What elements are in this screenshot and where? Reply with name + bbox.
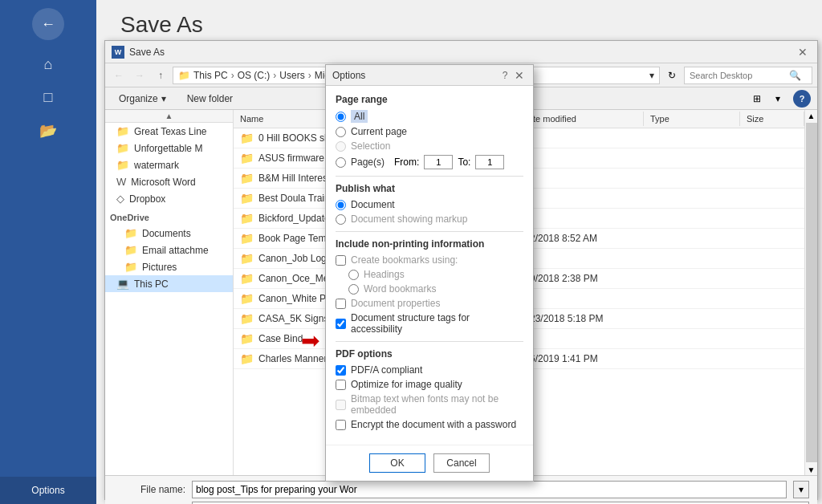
nav-item-thispc[interactable]: 💻 This PC [105, 275, 233, 292]
publish-document-radio[interactable] [336, 200, 346, 210]
nav-item-watermark[interactable]: 📁 watermark [105, 156, 233, 173]
folder-icon: 📁 [124, 244, 137, 256]
bookmarks-label: Create bookmarks using: [351, 254, 458, 266]
folder-icon: 📁 [240, 192, 254, 205]
page-range-pages-radio[interactable] [336, 157, 346, 168]
dialog-titlebar: W Save As ✕ [105, 41, 817, 63]
computer-icon: 💻 [116, 278, 129, 290]
new-document-icon[interactable]: □ [44, 89, 53, 106]
word-sidebar: ← ⌂ □ 📂 Options [0, 0, 96, 504]
folder-icon: 📁 [240, 172, 254, 185]
home-icon[interactable]: ⌂ [44, 56, 53, 73]
structure-tags-checkbox[interactable] [336, 319, 346, 329]
help-button[interactable]: ? [793, 90, 811, 108]
publish-markup-radio[interactable] [336, 214, 346, 225]
open-icon[interactable]: 📂 [39, 122, 57, 140]
folder-icon: 📁 [240, 152, 254, 165]
nav-item-email[interactable]: 📁 Email attachme [105, 242, 233, 258]
filename-dropdown[interactable]: ▾ [793, 481, 809, 498]
folder-icon: 📁 [240, 312, 254, 325]
page-range-to-input[interactable] [475, 155, 504, 169]
page-range-current-row: Current page [336, 126, 523, 137]
scrollbar-area: ▲ ▼ [804, 110, 817, 475]
options-dialog: Options ? ✕ Page range All Current page … [325, 64, 534, 482]
word-bookmarks-radio[interactable] [348, 284, 359, 295]
nav-item-unforgettable[interactable]: 📁 Unforgettable M [105, 140, 233, 156]
headings-row: Headings [348, 269, 523, 280]
new-folder-button[interactable]: New folder [180, 90, 240, 108]
folder-icon: 📁 [240, 352, 254, 365]
nav-item-dropbox[interactable]: ◇ Dropbox [105, 190, 233, 207]
search-input[interactable] [690, 71, 786, 80]
organize-button[interactable]: Organize ▾ [112, 90, 173, 108]
search-icon: 🔍 [789, 70, 801, 81]
back-button[interactable]: ← [32, 8, 64, 40]
nav-up-button[interactable]: ↑ [152, 67, 169, 84]
page-range-current-radio[interactable] [336, 127, 346, 137]
refresh-button[interactable]: ↻ [663, 67, 681, 84]
encrypt-row: Encrypt the document with a password [336, 419, 523, 430]
back-icon: ← [41, 16, 55, 33]
pdf-a-checkbox[interactable] [336, 365, 346, 376]
page-range-from-input[interactable] [424, 155, 453, 169]
view-dropdown-button[interactable]: ▾ [769, 90, 787, 108]
scrollbar-thumb[interactable] [806, 123, 817, 462]
folder-icon: 📁 [124, 227, 137, 239]
encrypt-checkbox[interactable] [336, 420, 346, 430]
options-sidebar-item[interactable]: Options [0, 477, 96, 504]
options-cancel-button[interactable]: Cancel [433, 453, 490, 473]
options-body: Page range All Current page Selection Pa… [326, 86, 533, 441]
word-app-icon: W [112, 46, 124, 59]
doc-properties-checkbox[interactable] [336, 299, 346, 309]
pdf-a-row: PDF/A compliant [336, 364, 523, 376]
page-range-all-label: All [351, 110, 368, 123]
scroll-up-button[interactable]: ▲ [806, 110, 817, 121]
word-bookmarks-label: Word bookmarks [364, 283, 436, 295]
bookmarks-checkbox[interactable] [336, 255, 346, 266]
search-box: 🔍 [684, 67, 812, 84]
folder-icon: 📁 [240, 212, 254, 225]
divider-3 [336, 341, 523, 342]
filename-row: File name: ▾ [113, 481, 809, 498]
view-button[interactable]: ⊞ [748, 90, 766, 108]
nav-forward-button[interactable]: → [131, 67, 149, 84]
filename-input[interactable] [192, 481, 787, 498]
options-help-button[interactable]: ? [498, 68, 512, 83]
col-header-size[interactable]: Size [740, 112, 804, 126]
dialog-title: W Save As [112, 46, 795, 59]
page-range-pages-label: Page(s) [351, 156, 385, 168]
page-range-current-label: Current page [351, 126, 407, 137]
page-range-all-radio[interactable] [336, 112, 346, 122]
nav-item-msword[interactable]: W Microsoft Word [105, 173, 233, 190]
page-range-selection-row: Selection [336, 140, 523, 152]
nav-item-great-texas[interactable]: 📁 Great Texas Line [105, 123, 233, 140]
bitmap-checkbox[interactable] [336, 400, 346, 410]
filename-label: File name: [113, 484, 185, 495]
col-header-type[interactable]: Type [644, 112, 740, 126]
col-header-date[interactable]: Date modified [515, 112, 644, 126]
nav-back-button[interactable]: ← [110, 67, 128, 84]
optimize-image-checkbox[interactable] [336, 380, 346, 390]
options-dialog-footer: OK Cancel [326, 445, 533, 481]
scroll-down-button[interactable]: ▼ [806, 464, 817, 475]
dialog-close-button[interactable]: ✕ [795, 44, 811, 60]
divider-2 [336, 231, 523, 232]
folder-icon: 📁 [116, 159, 129, 171]
folder-icon: 📁 [116, 142, 129, 154]
nav-item-onedrive[interactable]: OneDrive [105, 210, 233, 225]
folder-icon: 📁 [240, 292, 254, 305]
encrypt-label: Encrypt the document with a password [351, 419, 516, 430]
publish-markup-row: Document showing markup [336, 213, 523, 225]
main-area: Save As W Save As ✕ ← → ↑ 📁 This PC › OS… [96, 0, 822, 504]
options-close-button[interactable]: ✕ [512, 68, 527, 83]
nav-item-pictures[interactable]: 📁 Pictures [105, 258, 233, 275]
page-range-selection-radio[interactable] [336, 141, 346, 152]
scroll-up-button[interactable]: ▲ [105, 110, 233, 123]
nav-item-documents[interactable]: 📁 Documents [105, 225, 233, 242]
options-titlebar: Options ? ✕ [326, 65, 533, 86]
folder-icon: 📁 [240, 252, 254, 265]
page-range-selection-label: Selection [351, 140, 390, 152]
options-ok-button[interactable]: OK [369, 453, 425, 473]
publish-document-row: Document [336, 199, 523, 210]
headings-radio[interactable] [348, 270, 359, 280]
